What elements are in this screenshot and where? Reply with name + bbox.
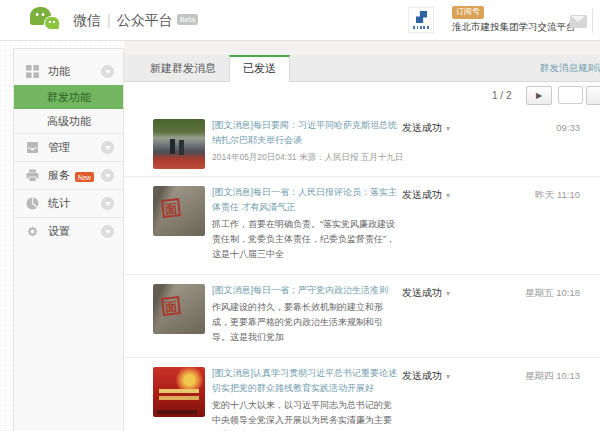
company-logo-mark	[416, 11, 427, 23]
status-label: 发送成功	[402, 189, 442, 200]
sent-message-list: [图文消息]每日要闻：习近平同哈萨克斯坦总统纳扎尔巴耶夫举行会谈 2014年05…	[124, 110, 600, 431]
pie-chart-icon	[26, 197, 39, 210]
printer-icon	[26, 169, 39, 182]
chevron-down-icon[interactable]	[101, 225, 114, 238]
sidebar-item-label: 设置	[48, 224, 101, 239]
chevron-down-icon[interactable]	[101, 169, 114, 182]
company-logo	[408, 7, 434, 33]
message-row[interactable]: [图文消息]每日要闻：习近平同哈萨克斯坦总统纳扎尔巴耶夫举行会谈 2014年05…	[124, 110, 600, 176]
status-label: 发送成功	[402, 370, 442, 381]
message-title-link[interactable]: [图文消息]每日一省：严守党内政治生活准则	[212, 283, 398, 298]
status-dropdown[interactable]: 发送成功	[402, 188, 450, 202]
wechat-bubble-small	[44, 16, 60, 30]
product-name: 公众平台	[117, 12, 173, 28]
sidebar-item-label: 服务New	[48, 168, 101, 183]
beta-badge: Beta	[177, 14, 198, 25]
sidebar-item-features[interactable]: 功能	[14, 57, 123, 85]
status-dropdown[interactable]: 发送成功	[402, 121, 450, 135]
sent-time: 星期五 10:18	[525, 287, 580, 300]
message-snippet: 党的十八大以来，以习近平同志为总书记的党中央领导全党深入开展以为民务实清廉为主要…	[212, 398, 398, 431]
wechat-logo-icon	[30, 7, 64, 34]
content-top-spacer	[124, 41, 600, 55]
message-row[interactable]: [图文消息]认真学习贯彻习近平总书记重要论述切实把党的群众路线教育实践活动开展好…	[124, 357, 600, 431]
page-input[interactable]	[558, 86, 583, 104]
dropdown-arrow-icon	[446, 289, 450, 298]
grid-icon	[26, 65, 39, 78]
message-title-link[interactable]: [图文消息]每日一省：人民日报评论员：落实主体责任 才有风清气正	[212, 185, 398, 215]
thumbnail-glyph: 面	[161, 296, 181, 316]
tray-icon	[26, 141, 39, 154]
dropdown-arrow-icon	[446, 372, 450, 381]
message-meta: 2014年05月20日04:31 来源：人民日报 五月十九日	[212, 152, 580, 164]
thumbnail-glyph: 面	[161, 198, 181, 218]
chevron-down-icon[interactable]	[101, 141, 114, 154]
message-row[interactable]: 面 [图文消息]每日一省：人民日报评论员：落实主体责任 才有风清气正 抓工作，首…	[124, 176, 600, 274]
header-divider	[592, 9, 593, 33]
tab-new-message[interactable]: 新建群发消息	[137, 55, 229, 81]
message-title-link[interactable]: [图文消息]每日要闻：习近平同哈萨克斯坦总统纳扎尔巴耶夫举行会谈	[212, 118, 398, 148]
account-name[interactable]: 淮北市建投集团学习交流平台	[452, 21, 576, 34]
brand-separator: |	[107, 12, 111, 28]
stone-inscription-thumbnail: 面	[153, 186, 205, 236]
main-content: 新建群发消息 已发送 群发消息规则说明 1 / 2 ▶ 跳转 [图文消息]每日要…	[124, 41, 600, 431]
rules-link[interactable]: 群发消息规则说明	[540, 62, 600, 75]
message-row[interactable]: 面 [图文消息]每日一省：严守党内政治生活准则 作风建设的持久，要靠长效机制的建…	[124, 274, 600, 357]
message-snippet: 抓工作，首要在明确负责。“落实党风廉政建设责任制，党委负主体责任，纪委负监督责任…	[212, 217, 398, 262]
next-page-button[interactable]: ▶	[526, 86, 552, 105]
status-label: 发送成功	[402, 122, 442, 133]
sent-time: 09:33	[556, 122, 580, 133]
dropdown-arrow-icon	[446, 124, 450, 133]
ceremony-photo-thumbnail	[153, 119, 205, 169]
tab-sent[interactable]: 已发送	[229, 55, 290, 82]
red-poster-thumbnail	[153, 367, 205, 417]
sidebar-item-label: 管理	[48, 140, 101, 155]
sidebar-item-statistics[interactable]: 统计	[14, 189, 123, 217]
sidebar-item-mass-send[interactable]: 群发功能	[14, 85, 123, 109]
message-snippet: 作风建设的持久，要靠长效机制的建立和形成，更要靠严格的党内政治生活来规制和引导。…	[212, 300, 398, 345]
jump-button[interactable]: 跳转	[586, 86, 600, 105]
sidebar-item-label: 统计	[48, 196, 101, 211]
account-type-badge: 订阅号	[452, 6, 484, 19]
sidebar-item-service[interactable]: 服务New	[14, 161, 123, 189]
top-header: 微信|公众平台Beta 订阅号 淮北市建投集团学习交流平台	[0, 0, 600, 41]
status-dropdown[interactable]: 发送成功	[402, 369, 450, 383]
site-title: 微信|公众平台Beta	[73, 12, 198, 30]
message-title-link[interactable]: [图文消息]认真学习贯彻习近平总书记重要论述切实把党的群众路线教育实践活动开展好	[212, 366, 398, 396]
status-label: 发送成功	[402, 287, 442, 298]
status-dropdown[interactable]: 发送成功	[402, 286, 450, 300]
dropdown-arrow-icon	[446, 191, 450, 200]
sent-time: 昨天 11:10	[535, 189, 580, 202]
page-indicator: 1 / 2	[492, 90, 511, 101]
sidebar-item-label: 功能	[48, 64, 101, 79]
gear-icon	[26, 225, 39, 238]
sent-time: 星期四 10:13	[525, 370, 580, 383]
envelope-icon[interactable]	[570, 15, 587, 28]
brand-name: 微信	[73, 12, 101, 28]
company-logo-text	[413, 26, 430, 29]
sidebar-nav: 功能 群发功能 高级功能 管理 服务New 统计	[13, 48, 124, 431]
chevron-down-icon[interactable]	[101, 197, 114, 210]
sidebar-item-manage[interactable]: 管理	[14, 133, 123, 161]
stone-inscription-thumbnail: 面	[153, 284, 205, 334]
list-toolbar: 1 / 2 ▶ 跳转	[124, 82, 600, 110]
tab-bar: 新建群发消息 已发送 群发消息规则说明	[124, 55, 600, 82]
sidebar-item-settings[interactable]: 设置	[14, 217, 123, 245]
new-badge: New	[75, 172, 94, 182]
chevron-down-icon[interactable]	[101, 65, 114, 78]
sidebar-item-advanced[interactable]: 高级功能	[14, 109, 123, 133]
sidebar-item-text: 服务	[48, 169, 70, 181]
